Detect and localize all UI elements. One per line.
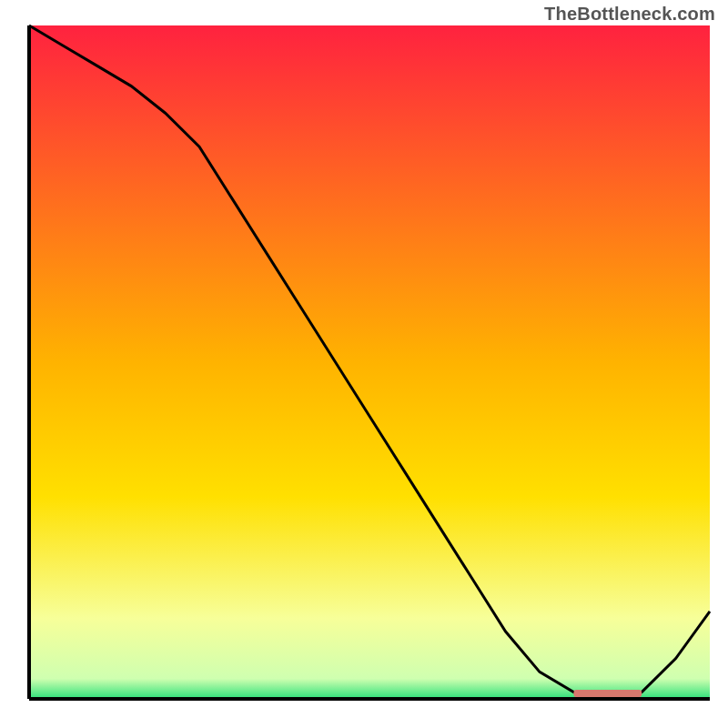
plot-background (29, 25, 710, 699)
chart-container: TheBottleneck.com (0, 0, 728, 728)
bottleneck-chart (0, 0, 728, 728)
optimum-band-marker (573, 690, 642, 697)
